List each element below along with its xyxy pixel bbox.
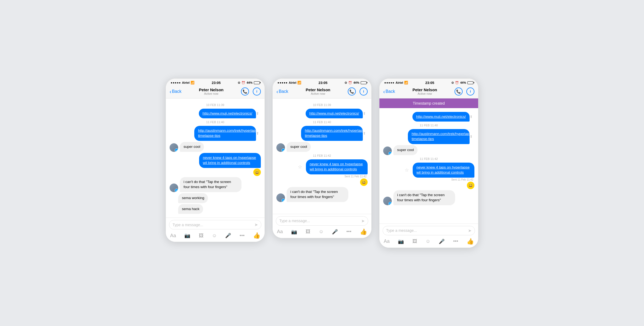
message-bubble: never knew 4 taps on hyperlapse wil brin…: [199, 153, 261, 168]
status-left: ●●●●● Airtel 📶: [384, 81, 408, 85]
avatar: m: [170, 143, 178, 152]
share-icon[interactable]: ⬆: [470, 115, 473, 119]
message-bubble: http://austinmann.com/trek/hyperlapse-ti…: [301, 126, 363, 141]
mic-icon[interactable]: 🎤: [332, 229, 338, 235]
date-label: 11 FEB 11:40: [276, 120, 368, 124]
more-icon[interactable]: •••: [240, 233, 245, 239]
status-time: 23:05: [319, 81, 327, 85]
message-bubble: never knew 4 taps on hyperlapse wil brin…: [413, 163, 474, 178]
date-label: 11 FEB 11:40: [170, 120, 261, 124]
chevron-left-icon: ‹: [276, 89, 278, 94]
emoji-icon[interactable]: ☺: [319, 229, 324, 235]
chevron-left-icon: ‹: [383, 89, 385, 94]
message-row: m super cool: [170, 142, 261, 152]
message-bubble: sema working: [178, 193, 208, 203]
call-button[interactable]: 📞: [241, 87, 249, 96]
send-icon[interactable]: ➤: [361, 218, 365, 224]
status-time: 23:05: [425, 81, 434, 85]
message-row: ⬆ http://austinmann.com/trek/hyperlapse-…: [276, 126, 368, 141]
info-icon: i: [256, 89, 257, 93]
call-button[interactable]: 📞: [348, 87, 356, 96]
message-placeholder: Type a message...: [279, 219, 361, 223]
call-button[interactable]: 📞: [455, 87, 463, 96]
avatar: m: [276, 193, 285, 202]
back-button[interactable]: ‹ Back: [383, 89, 395, 94]
phones-container: ●●●●● Airtel 📶 23:05 ⊙ ⏰ 44% ‹ Back Pete…: [166, 78, 478, 248]
message-bubble: i can't do that "Tap the screen four tim…: [180, 177, 241, 192]
share-icon[interactable]: ⬆: [256, 131, 259, 135]
back-button[interactable]: ‹ Back: [170, 89, 181, 94]
back-button[interactable]: ‹ Back: [276, 89, 288, 94]
like-icon[interactable]: 👍: [253, 232, 260, 239]
avatar-placeholder: [170, 205, 178, 214]
star-icon[interactable]: ☆: [298, 164, 302, 170]
signal-dots: ●●●●●: [384, 81, 394, 84]
messenger-badge: m: [175, 148, 178, 152]
messenger-badge: m: [281, 199, 285, 202]
messages-area: 10 FEB 11:39 ⬆ http://www.muji.net/elect…: [273, 98, 371, 214]
message-input-row[interactable]: Type a message... ➤: [276, 216, 368, 226]
avatar-placeholder: [170, 195, 178, 203]
info-button[interactable]: i: [466, 87, 474, 96]
camera-icon[interactable]: 📷: [398, 239, 404, 244]
input-area: Type a message... ➤ Aa 📷 🖼 ☺ 🎤 ••• 👍: [273, 214, 371, 238]
wifi-icon: 📶: [404, 81, 408, 85]
back-label[interactable]: Back: [279, 89, 288, 94]
battery-percent: 44%: [247, 81, 253, 84]
message-bubble: i can't do that "Tap the screen four tim…: [287, 187, 348, 202]
camera-icon[interactable]: 📷: [184, 233, 190, 239]
message-bubble: super cool: [180, 142, 204, 152]
message-input-row[interactable]: Type a message... ➤: [169, 220, 261, 229]
send-icon[interactable]: ➤: [254, 222, 258, 227]
photo-icon[interactable]: 🖼: [306, 229, 310, 235]
mic-icon[interactable]: 🎤: [439, 239, 445, 244]
message-bubble: http://austinmann.com/trek/hyperlapse-ti…: [408, 129, 470, 144]
carrier-name: Airtel: [289, 81, 296, 84]
send-icon[interactable]: ➤: [468, 228, 471, 233]
emoji-icon[interactable]: ☺: [212, 233, 217, 239]
message-row: m super cool: [276, 142, 368, 152]
font-icon[interactable]: Aa: [277, 229, 283, 235]
nav-icons: 📞 i: [455, 87, 474, 96]
share-icon[interactable]: ⬆: [363, 111, 366, 116]
font-icon[interactable]: Aa: [170, 233, 176, 239]
photo-icon[interactable]: 🖼: [199, 233, 204, 239]
mic-icon[interactable]: 🎤: [225, 233, 231, 239]
message-row: m i can't do that "Tap the screen four t…: [383, 190, 474, 205]
sent-label: Sent 11 Feb 11:42: [451, 178, 473, 181]
messages-area: 10 FEB 11:39 ⬆ http://www.muji.net/elect…: [166, 98, 265, 218]
share-icon[interactable]: ⬆: [363, 131, 366, 135]
like-icon[interactable]: 👍: [360, 228, 367, 235]
toolbar: Aa 📷 🖼 ☺ 🎤 ••• 👍: [383, 237, 475, 246]
sent-label: Sent 11 Feb 11:42: [345, 175, 367, 178]
like-icon[interactable]: 👍: [467, 238, 474, 245]
camera-icon[interactable]: 📷: [291, 229, 297, 235]
message-row: ⬆ http://www.muji.net/electronics/: [276, 109, 368, 119]
info-icon: i: [363, 89, 364, 93]
share-icon[interactable]: ⬆: [470, 134, 473, 139]
info-button[interactable]: i: [253, 87, 261, 96]
back-label[interactable]: Back: [386, 89, 395, 94]
message-row: m i can't do that "Tap the screen four t…: [276, 187, 368, 202]
message-bubble: http://www.muji.net/electronics/: [306, 109, 363, 119]
wifi-icon: 📶: [297, 81, 301, 85]
back-label[interactable]: Back: [172, 89, 182, 94]
date-label: 10 FEB 11:39: [170, 103, 261, 107]
font-icon[interactable]: Aa: [384, 239, 390, 244]
star-icon[interactable]: ☆: [405, 167, 409, 173]
share-icon[interactable]: ⬆: [256, 111, 259, 116]
avatar: m: [383, 197, 392, 205]
more-icon[interactable]: •••: [346, 229, 352, 235]
phone-icon: 📞: [243, 89, 247, 94]
date-label: 11 FEB 11:42: [383, 157, 474, 160]
emoji-reaction: 😀: [360, 178, 368, 186]
photo-icon[interactable]: 🖼: [412, 239, 417, 244]
more-icon[interactable]: •••: [453, 239, 458, 244]
emoji-icon[interactable]: ☺: [426, 239, 430, 244]
info-button[interactable]: i: [360, 87, 368, 96]
outgoing-group: never knew 4 taps on hyperlapse wil brin…: [404, 163, 474, 189]
carrier-name: Airtel: [182, 81, 189, 84]
phone-icon: 📞: [349, 89, 354, 94]
message-input-row[interactable]: Type a message... ➤: [383, 226, 475, 235]
phone-phone2: ●●●●● Airtel 📶 23:05 ⊙ ⏰ 44% ‹ Back Pete…: [272, 78, 372, 238]
